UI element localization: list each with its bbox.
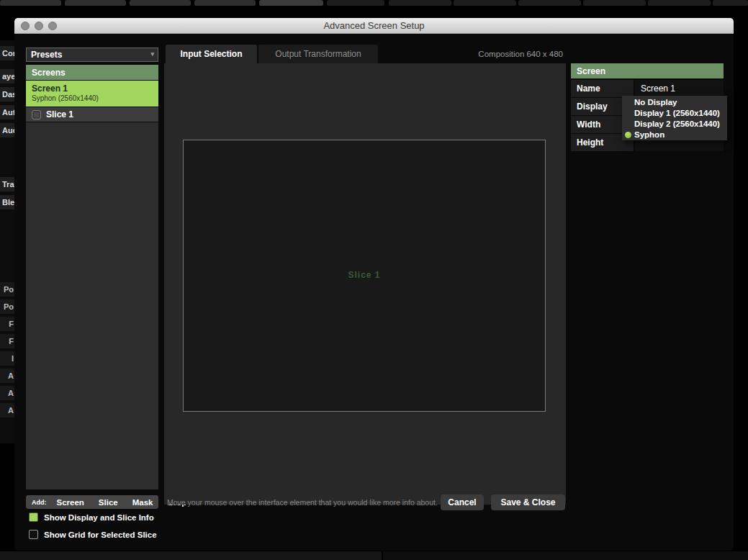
input-selection-canvas: Slice 1 — [164, 63, 566, 505]
checkbox-unchecked-icon[interactable] — [29, 530, 38, 539]
bg-left-label: Tran — [0, 177, 14, 191]
deck-tab[interactable] — [583, 0, 646, 6]
menu-item-no-display[interactable]: No Display — [622, 97, 727, 108]
presets-dropdown[interactable]: Presets ▾ — [26, 48, 158, 62]
selected-dot-icon — [625, 132, 631, 138]
chevron-down-icon: ▾ — [150, 48, 154, 60]
background-app-bottom — [0, 551, 382, 560]
bg-left-label: Aud — [0, 123, 14, 137]
bg-left-label: ayer — [0, 69, 14, 83]
deck-tab[interactable] — [648, 0, 711, 6]
bg-left-label: Po — [0, 299, 14, 314]
bg-left-label: A — [0, 386, 14, 400]
slice-selection-rect[interactable]: Slice 1 — [183, 140, 546, 412]
deck-tab[interactable] — [327, 0, 384, 6]
bg-left-label: Po — [0, 282, 14, 297]
screens-header: Screens — [26, 65, 158, 81]
window-title: Advanced Screen Setup — [14, 18, 734, 34]
slice-item-name: Slice 1 — [46, 109, 73, 119]
screens-list: Screens Screen 1 Syphon (2560x1440) Slic… — [26, 65, 158, 489]
bg-left-label: A — [0, 403, 14, 417]
screen-list-item[interactable]: Screen 1 Syphon (2560x1440) — [26, 81, 158, 107]
bg-left-label: Auto — [0, 105, 14, 119]
deck-tab[interactable] — [0, 0, 61, 6]
name-value-field[interactable]: Screen 1 — [635, 80, 724, 97]
deck-tab[interactable] — [65, 0, 126, 6]
deck-tab[interactable] — [713, 0, 748, 6]
name-label: Name — [571, 80, 634, 97]
presets-label: Presets — [31, 50, 62, 60]
checkbox-label: Show Grid for Selected Slice — [44, 530, 157, 539]
deck-tab-selected[interactable] — [259, 0, 323, 6]
deck-tab[interactable] — [454, 0, 516, 6]
screen-item-detail: Syphon (2560x1440) — [32, 94, 158, 102]
screen-properties-header: Screen — [571, 63, 724, 79]
checkbox-checked-icon[interactable] — [29, 512, 38, 522]
bg-left-label: I — [0, 351, 14, 366]
display-dropdown-menu: No Display Display 1 (2560x1440) Display… — [622, 96, 727, 140]
deck-tab[interactable] — [518, 0, 581, 6]
bg-left-label: A — [0, 369, 14, 383]
menu-item-syphon[interactable]: Syphon — [622, 130, 727, 140]
add-slice-button[interactable]: Slice — [91, 498, 125, 507]
add-label: Add: — [26, 499, 50, 506]
add-mask-button[interactable]: Mask — [125, 498, 161, 507]
deck-tab[interactable] — [130, 0, 191, 6]
deck-tab[interactable] — [389, 0, 451, 6]
bg-left-label: F — [0, 334, 14, 348]
cancel-button[interactable]: Cancel — [441, 494, 484, 510]
screen: Cor ayer Das Auto Aud Tran Bler Po Po F … — [0, 0, 748, 560]
slice-rect-label: Slice 1 — [184, 270, 545, 280]
checkbox-label: Show Display and Slice Info — [44, 513, 154, 522]
menu-item-display-2[interactable]: Display 2 (2560x1440) — [622, 119, 727, 130]
show-display-info-checkbox-row[interactable]: Show Display and Slice Info — [29, 512, 154, 522]
slice-thumbnail-icon — [32, 110, 41, 119]
title-bar[interactable]: Advanced Screen Setup — [14, 18, 734, 34]
tab-input-selection[interactable]: Input Selection — [166, 45, 257, 63]
tab-output-transformation[interactable]: Output Transformation — [258, 45, 378, 63]
background-app-bottom — [383, 551, 748, 560]
bg-left-label: F — [0, 317, 14, 331]
bg-left-label: Das — [0, 87, 14, 101]
save-close-button[interactable]: Save & Close — [491, 494, 565, 510]
status-bar-text: Move your mouse over the interface eleme… — [167, 494, 455, 510]
add-toolbar: Add: Screen Slice Mask Crop — [26, 495, 158, 509]
slice-list-item[interactable]: Slice 1 — [26, 107, 158, 122]
bg-left-label: Cor — [0, 46, 14, 60]
bg-left-label: Bler — [0, 195, 14, 209]
menu-item-label: Syphon — [634, 130, 664, 139]
deck-tab[interactable] — [194, 0, 256, 6]
show-grid-checkbox-row[interactable]: Show Grid for Selected Slice — [29, 530, 157, 539]
add-screen-button[interactable]: Screen — [50, 498, 91, 507]
property-row-name: Name Screen 1 — [571, 80, 724, 97]
screen-item-name: Screen 1 — [32, 83, 158, 94]
composition-size-label: Composition 640 x 480 — [446, 45, 563, 63]
menu-item-display-1[interactable]: Display 1 (2560x1440) — [622, 108, 727, 119]
